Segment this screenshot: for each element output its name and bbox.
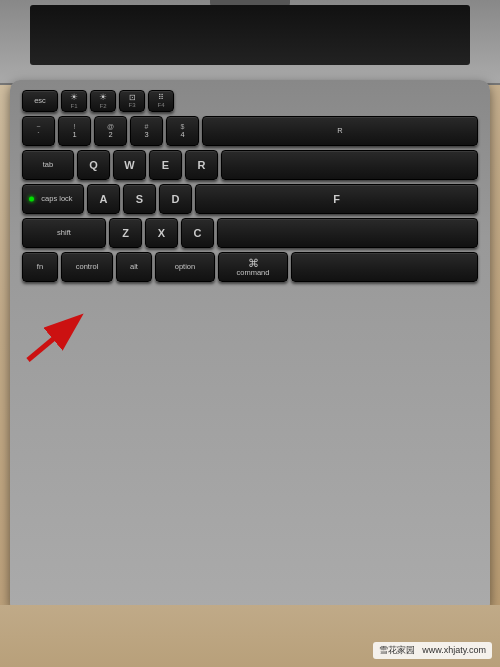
key-tab-label: tab xyxy=(43,161,53,169)
key-3-bottom: 3 xyxy=(144,131,148,139)
qwerty-key-row: tab Q W E R xyxy=(22,150,478,180)
key-control-label: control xyxy=(76,263,99,271)
key-c[interactable]: C xyxy=(181,218,214,248)
key-f3-icon: ⊡ xyxy=(129,94,136,102)
key-f-offscreen: F xyxy=(195,184,478,214)
key-r-offscreen: R xyxy=(202,116,478,146)
watermark-brand: 雪花家园 xyxy=(379,645,415,655)
caps-lock-arrow-indicator xyxy=(18,310,98,370)
key-2-bottom: 2 xyxy=(108,131,112,139)
key-f1-label: F1 xyxy=(70,103,77,110)
key-command[interactable]: ⌘ command xyxy=(218,252,288,282)
key-d[interactable]: D xyxy=(159,184,192,214)
key-4[interactable]: $ 4 xyxy=(166,116,199,146)
key-c-label: C xyxy=(194,227,202,239)
key-v-offscreen xyxy=(217,218,478,248)
key-shift-label: shift xyxy=(57,229,71,237)
key-capslock-label: caps lock xyxy=(41,195,72,203)
zxcv-key-row: shift Z X C xyxy=(22,218,478,248)
key-q[interactable]: Q xyxy=(77,150,110,180)
key-f2-label: F2 xyxy=(99,103,106,110)
key-s-label: S xyxy=(136,193,143,205)
capslock-led xyxy=(29,197,34,202)
key-alt-label: alt xyxy=(130,263,138,271)
key-4-bottom: 4 xyxy=(180,131,184,139)
key-command-label: command xyxy=(237,269,270,277)
laptop-screen-back xyxy=(30,5,470,65)
key-f1[interactable]: ☀ F1 xyxy=(61,90,87,112)
key-w[interactable]: W xyxy=(113,150,146,180)
key-option-label: option xyxy=(175,263,195,271)
key-e-label: E xyxy=(162,159,169,171)
key-x[interactable]: X xyxy=(145,218,178,248)
key-f4-icon: ⠿ xyxy=(158,94,164,102)
key-fn-label: fn xyxy=(37,263,43,271)
laptop-top-edge xyxy=(0,0,500,85)
key-option[interactable]: option xyxy=(155,252,215,282)
function-key-row: esc ☀ F1 ☀ F2 ⊡ F3 ⠿ F4 xyxy=(22,90,478,112)
key-f2-icon: ☀ xyxy=(99,93,107,103)
key-z-label: Z xyxy=(122,227,129,239)
key-f4[interactable]: ⠿ F4 xyxy=(148,90,174,112)
key-x-label: X xyxy=(158,227,165,239)
key-w-label: W xyxy=(124,159,134,171)
watermark-url: www.xhjaty.com xyxy=(422,645,486,655)
key-control[interactable]: control xyxy=(61,252,113,282)
key-shift-left[interactable]: shift xyxy=(22,218,106,248)
keyboard-screenshot: esc ☀ F1 ☀ F2 ⊡ F3 ⠿ F4 ~ ` xyxy=(0,0,500,667)
key-3[interactable]: # 3 xyxy=(130,116,163,146)
key-z[interactable]: Z xyxy=(109,218,142,248)
key-a[interactable]: A xyxy=(87,184,120,214)
key-d-label: D xyxy=(172,193,180,205)
key-s[interactable]: S xyxy=(123,184,156,214)
key-a-label: A xyxy=(100,193,108,205)
key-1[interactable]: ! 1 xyxy=(58,116,91,146)
key-f1-icon: ☀ xyxy=(70,93,78,103)
key-r[interactable]: R xyxy=(185,150,218,180)
key-q-label: Q xyxy=(89,159,98,171)
svg-line-1 xyxy=(28,320,76,360)
asdf-key-row: caps lock A S D F xyxy=(22,184,478,214)
key-f3[interactable]: ⊡ F3 xyxy=(119,90,145,112)
key-f4-label: F4 xyxy=(157,102,164,109)
key-r-label: R xyxy=(198,159,206,171)
key-space[interactable] xyxy=(291,252,478,282)
key-offscreen-q xyxy=(221,150,478,180)
key-1-bottom: 1 xyxy=(72,131,76,139)
key-tilde[interactable]: ~ ` xyxy=(22,116,55,146)
watermark: 雪花家园 www.xhjaty.com xyxy=(373,642,492,659)
key-2[interactable]: @ 2 xyxy=(94,116,127,146)
key-alt[interactable]: alt xyxy=(116,252,152,282)
key-tilde-bottom: ` xyxy=(37,131,40,139)
bottom-key-row: fn control alt option ⌘ command xyxy=(22,252,478,282)
key-esc[interactable]: esc xyxy=(22,90,58,112)
key-esc-label: esc xyxy=(34,97,46,105)
key-fn[interactable]: fn xyxy=(22,252,58,282)
key-f3-label: F3 xyxy=(128,102,135,109)
key-f2[interactable]: ☀ F2 xyxy=(90,90,116,112)
key-e[interactable]: E xyxy=(149,150,182,180)
key-tab[interactable]: tab xyxy=(22,150,74,180)
key-capslock[interactable]: caps lock xyxy=(22,184,84,214)
number-key-row: ~ ` ! 1 @ 2 # 3 $ 4 R xyxy=(22,116,478,146)
